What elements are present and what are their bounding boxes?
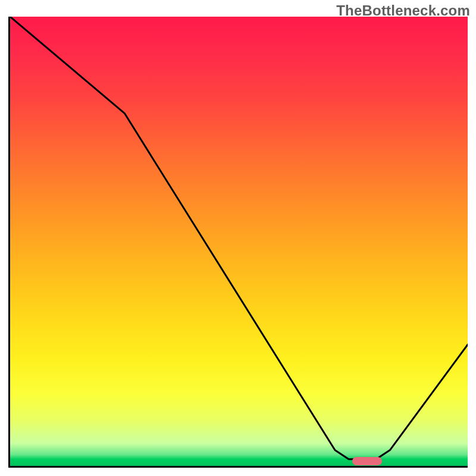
optimal-range-marker	[352, 457, 382, 465]
plot-area	[8, 17, 468, 468]
bottleneck-curve	[10, 17, 468, 466]
chart-container: TheBottleneck.com	[0, 0, 476, 476]
